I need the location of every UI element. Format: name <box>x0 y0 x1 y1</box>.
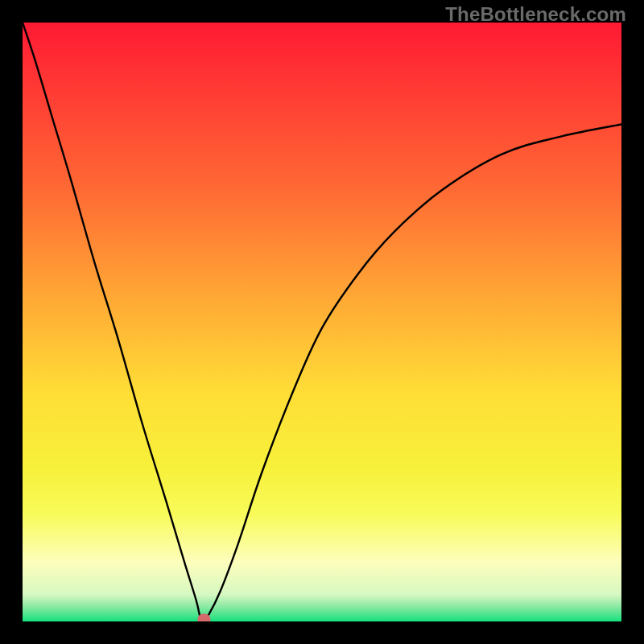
plot-svg <box>23 23 621 621</box>
bottleneck-plot <box>23 23 621 621</box>
chart-frame: TheBottleneck.com <box>0 0 644 644</box>
